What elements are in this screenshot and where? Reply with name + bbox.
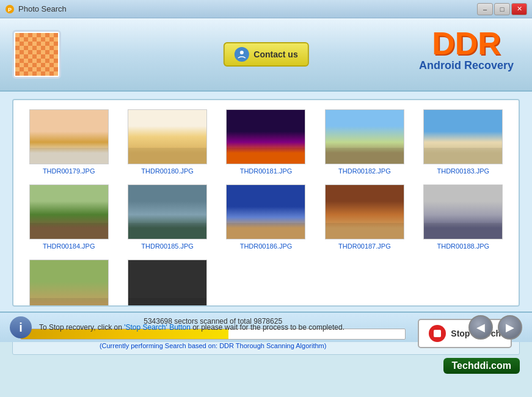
photo-filename: THDR00188.JPG	[437, 242, 489, 250]
status-text: To Stop recovery, click on 'Stop Search'…	[39, 323, 461, 332]
logo-box	[12, 30, 61, 79]
stop-search-link-text: 'Stop Search' Button	[124, 323, 191, 332]
logo-checkerboard	[15, 33, 58, 76]
title-bar-left: P Photo Search	[5, 4, 67, 14]
photo-item[interactable]: THDR00188.JPG	[417, 184, 509, 250]
status-message-static: To Stop recovery, click on	[39, 323, 124, 332]
info-icon: i	[10, 316, 32, 338]
minimize-button[interactable]: –	[477, 3, 493, 15]
title-text: Photo Search	[18, 4, 67, 13]
watermark: Techddi.com	[443, 358, 520, 374]
photo-thumbnail	[29, 109, 109, 164]
window-controls: – □ ✕	[477, 3, 527, 15]
app-icon: P	[5, 4, 15, 14]
photo-item[interactable]: THDR00180.JPG	[121, 109, 213, 175]
photo-thumbnail	[29, 260, 109, 307]
photo-item[interactable]: THDR00183.JPG	[417, 109, 509, 175]
photo-thumbnail	[128, 260, 207, 307]
restore-button[interactable]: □	[494, 3, 510, 15]
photo-filename: THDR00180.JPG	[141, 167, 194, 175]
forward-button[interactable]: ▶	[498, 315, 522, 340]
photo-thumbnail	[128, 109, 207, 164]
photo-filename: THDR00182.JPG	[338, 167, 391, 175]
contact-button[interactable]: Contact us	[223, 42, 308, 67]
photo-thumbnail	[29, 184, 109, 239]
svg-point-2	[239, 51, 243, 54]
ddr-brand: DDR Android Recovery	[419, 27, 514, 72]
back-button[interactable]: ◀	[468, 315, 493, 340]
photo-item[interactable]: THDR00181.JPG	[220, 109, 312, 175]
photo-thumbnail	[128, 184, 207, 239]
photo-thumbnail	[325, 184, 404, 239]
photo-item[interactable]: THDR00185.JPG	[121, 184, 213, 250]
photo-item[interactable]	[23, 260, 115, 307]
close-button[interactable]: ✕	[511, 3, 527, 15]
header: Contact us DDR Android Recovery	[0, 18, 532, 92]
progress-info: 5343698 sectors scanned of total 9878625…	[20, 317, 406, 349]
contact-label: Contact us	[253, 49, 297, 59]
ddr-text: DDR	[419, 27, 514, 59]
photo-item[interactable]: THDR00186.JPG	[220, 184, 312, 250]
progress-sub-text: (Currently performing Search based on: D…	[20, 342, 406, 349]
photo-grid: THDR00179.JPGTHDR00180.JPGTHDR00181.JPGT…	[20, 106, 512, 307]
status-message-or: or please wait for the process to be com…	[192, 323, 344, 332]
photo-thumbnail	[423, 184, 503, 239]
photo-filename: THDR00179.JPG	[43, 167, 95, 175]
photo-item[interactable]: THDR00182.JPG	[318, 109, 410, 175]
title-bar: P Photo Search – □ ✕	[0, 0, 532, 18]
photo-item[interactable]: THDR00187.JPG	[318, 184, 410, 250]
photo-item[interactable]	[121, 260, 213, 307]
photo-filename: THDR00181.JPG	[240, 167, 293, 175]
android-recovery-text: Android Recovery	[419, 59, 514, 72]
photo-thumbnail	[226, 109, 305, 164]
navigation-buttons: ◀ ▶	[468, 315, 522, 340]
main-content: THDR00179.JPGTHDR00180.JPGTHDR00181.JPGT…	[0, 92, 532, 311]
photo-item[interactable]: THDR00179.JPG	[23, 109, 115, 175]
photo-item[interactable]: THDR00184.JPG	[23, 184, 115, 250]
contact-icon	[234, 47, 249, 62]
photo-filename: THDR00184.JPG	[43, 242, 95, 250]
photo-filename: THDR00185.JPG	[141, 242, 194, 250]
photo-grid-container[interactable]: THDR00179.JPGTHDR00180.JPGTHDR00181.JPGT…	[12, 99, 520, 307]
photo-thumbnail	[226, 184, 305, 239]
photo-thumbnail	[423, 109, 503, 164]
photo-filename: THDR00186.JPG	[240, 242, 293, 250]
svg-text:P: P	[8, 7, 12, 13]
photo-filename: THDR00183.JPG	[437, 167, 489, 175]
photo-thumbnail	[325, 109, 404, 164]
photo-filename: THDR00187.JPG	[338, 242, 391, 250]
